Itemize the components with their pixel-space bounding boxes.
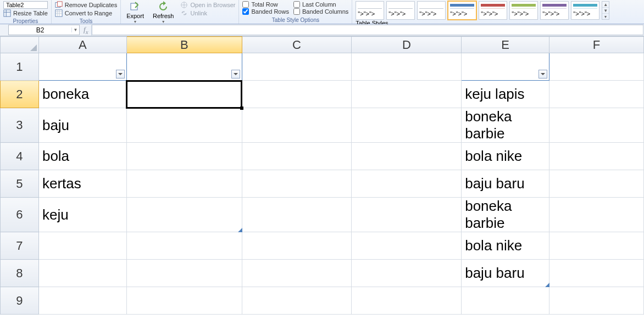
cell-F6[interactable]: [549, 198, 644, 232]
filter-dropdown-icon[interactable]: [538, 70, 547, 79]
cell-A6[interactable]: keju: [38, 198, 126, 232]
cell-F1[interactable]: [549, 53, 644, 81]
cell-F5[interactable]: [549, 170, 644, 198]
cell-C5[interactable]: [242, 170, 352, 198]
column-header[interactable]: E: [462, 37, 549, 53]
cell-F2[interactable]: [549, 81, 644, 108]
cell-D3[interactable]: [352, 108, 462, 143]
refresh-button[interactable]: Refresh ▼: [151, 1, 176, 24]
cell-D1[interactable]: [352, 53, 462, 81]
row-header[interactable]: 7: [1, 232, 39, 260]
column-header[interactable]: B: [126, 37, 242, 53]
column-header[interactable]: D: [352, 37, 462, 53]
gallery-more-icon[interactable]: ▾: [602, 14, 609, 19]
column-header[interactable]: A: [38, 37, 126, 53]
cell-F3[interactable]: [549, 108, 644, 143]
filter-dropdown-icon[interactable]: [116, 70, 125, 79]
cell-C8[interactable]: [242, 260, 352, 287]
fx-icon[interactable]: fx: [84, 25, 88, 35]
cell-E8[interactable]: baju baru: [462, 260, 549, 287]
formula-bar[interactable]: [92, 25, 643, 35]
cell-E6[interactable]: boneka barbie: [462, 198, 549, 232]
cell-B7[interactable]: [126, 232, 242, 260]
cell-A8[interactable]: [38, 260, 126, 287]
cell-F8[interactable]: [549, 260, 644, 287]
cell-C2[interactable]: [242, 81, 352, 108]
cell-E7[interactable]: bola nike: [462, 232, 549, 260]
export-button[interactable]: Export ▼: [124, 1, 146, 24]
row-header[interactable]: 2: [1, 81, 39, 108]
convert-range-button[interactable]: Convert to Range: [55, 9, 117, 17]
banded-rows-checkbox[interactable]: Banded Rows: [242, 8, 289, 15]
cell-E5[interactable]: baju baru: [462, 170, 549, 198]
cell-D2[interactable]: [352, 81, 462, 108]
row-header[interactable]: 3: [1, 108, 39, 143]
cell-C1[interactable]: [242, 53, 352, 81]
table-style-swatch[interactable]: ">">">: [417, 1, 446, 20]
name-box[interactable]: B2 ▼: [8, 25, 80, 35]
cell-B2[interactable]: [126, 81, 242, 108]
cell-A3[interactable]: baju: [38, 108, 126, 143]
table-style-swatch[interactable]: ">">">: [509, 1, 538, 20]
cell-F9[interactable]: [549, 287, 644, 315]
table-style-swatch[interactable]: ">">">: [448, 1, 476, 20]
spreadsheet-grid[interactable]: ABCDEF 1ItemItem CodeItem List2bonekakej…: [0, 36, 644, 315]
cell-B5[interactable]: [126, 170, 242, 198]
cell-A4[interactable]: bola: [38, 143, 126, 170]
cell-C3[interactable]: [242, 108, 352, 143]
cell-D9[interactable]: [352, 287, 462, 315]
table-name-value[interactable]: Table2: [3, 1, 48, 9]
cell-A7[interactable]: [38, 232, 126, 260]
table-style-swatch[interactable]: ">">">: [386, 1, 415, 20]
banded-cols-checkbox[interactable]: Banded Columns: [293, 8, 348, 15]
cell-F7[interactable]: [549, 232, 644, 260]
chevron-down-icon[interactable]: ▼: [71, 27, 79, 32]
filter-dropdown-icon[interactable]: [231, 70, 240, 79]
table-style-swatch[interactable]: ">">">: [356, 1, 384, 20]
row-header[interactable]: 1: [1, 53, 39, 81]
cell-C7[interactable]: [242, 232, 352, 260]
row-header[interactable]: 5: [1, 170, 39, 198]
cell-A2[interactable]: boneka: [38, 81, 126, 108]
table-style-swatch[interactable]: ">">">: [540, 1, 569, 20]
cell-B4[interactable]: [126, 143, 242, 170]
cell-B6[interactable]: [126, 198, 242, 232]
cell-E1[interactable]: Item List: [462, 53, 549, 81]
cell-B8[interactable]: [126, 260, 242, 287]
cell-D8[interactable]: [352, 260, 462, 287]
scroll-down-icon[interactable]: ▼: [602, 8, 609, 14]
cell-D5[interactable]: [352, 170, 462, 198]
cell-B9[interactable]: [126, 287, 242, 315]
scroll-up-icon[interactable]: ▲: [602, 2, 609, 8]
row-header[interactable]: 9: [1, 287, 39, 315]
cell-E4[interactable]: bola nike: [462, 143, 549, 170]
cell-E9[interactable]: [462, 287, 549, 315]
resize-table-button[interactable]: Resize Table: [3, 9, 48, 17]
column-header[interactable]: F: [549, 37, 644, 53]
cell-B3[interactable]: [126, 108, 242, 143]
cell-A5[interactable]: kertas: [38, 170, 126, 198]
cell-D4[interactable]: [352, 143, 462, 170]
row-header[interactable]: 6: [1, 198, 39, 232]
cell-C6[interactable]: [242, 198, 352, 232]
total-row-checkbox[interactable]: Total Row: [242, 1, 289, 8]
row-header[interactable]: 4: [1, 143, 39, 170]
cell-F4[interactable]: [549, 143, 644, 170]
cell-A1[interactable]: Item: [38, 53, 126, 81]
select-all-corner[interactable]: [1, 37, 39, 53]
cell-C9[interactable]: [242, 287, 352, 315]
column-header[interactable]: C: [242, 37, 352, 53]
row-header[interactable]: 8: [1, 260, 39, 287]
cell-E2[interactable]: keju lapis: [462, 81, 549, 108]
cell-D6[interactable]: [352, 198, 462, 232]
cell-D7[interactable]: [352, 232, 462, 260]
table-style-swatch[interactable]: ">">">: [571, 1, 599, 20]
cell-B1[interactable]: Item Code: [126, 53, 242, 81]
last-col-checkbox[interactable]: Last Column: [293, 1, 348, 8]
cell-C4[interactable]: [242, 143, 352, 170]
cell-A9[interactable]: [38, 287, 126, 315]
table-style-swatch[interactable]: ">">">: [479, 1, 507, 20]
cell-E3[interactable]: boneka barbie: [462, 108, 549, 143]
fill-handle[interactable]: [240, 107, 243, 110]
remove-duplicates-button[interactable]: Remove Duplicates: [55, 1, 117, 9]
